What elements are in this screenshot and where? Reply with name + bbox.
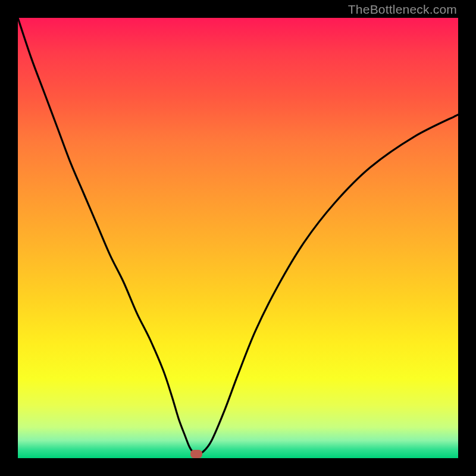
chart-frame: TheBottleneck.com — [0, 0, 476, 476]
bottleneck-curve — [18, 18, 458, 458]
watermark-text: TheBottleneck.com — [348, 2, 457, 17]
optimal-point-marker — [190, 450, 202, 458]
plot-area — [18, 18, 458, 458]
